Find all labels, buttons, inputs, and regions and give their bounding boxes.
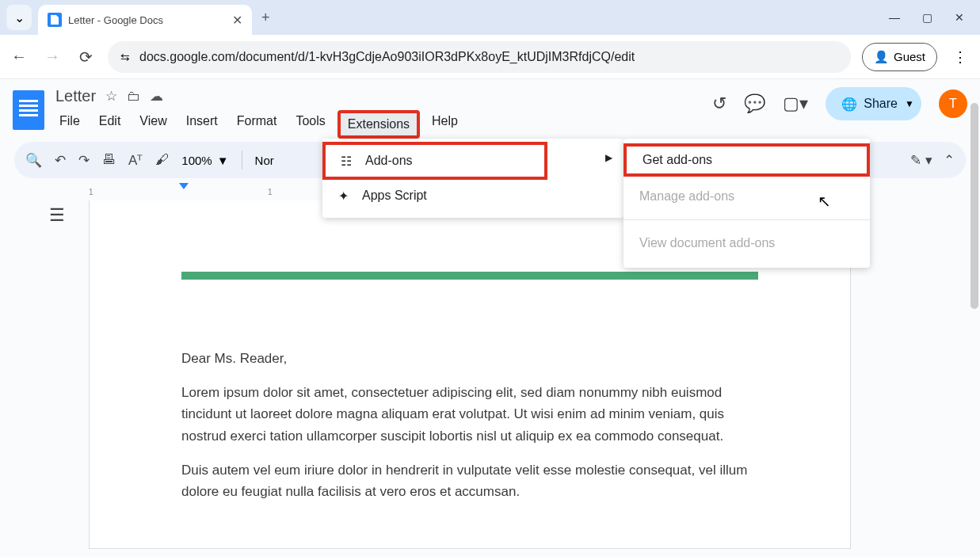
greeting-line[interactable]: Dear Ms. Reader, bbox=[181, 348, 758, 369]
apps-script-icon: ✦ bbox=[335, 189, 351, 204]
browser-tab[interactable]: Letter - Google Docs ✕ bbox=[38, 5, 252, 35]
minimize-button[interactable]: — bbox=[889, 11, 900, 24]
menu-view[interactable]: View bbox=[132, 110, 174, 139]
menu-extensions[interactable]: Extensions bbox=[337, 110, 420, 139]
editing-mode-icon[interactable]: ✎ ▾ bbox=[910, 152, 932, 169]
star-icon[interactable]: ☆ bbox=[105, 88, 117, 105]
get-addons-label: Get add-ons bbox=[643, 153, 712, 167]
vertical-ruler bbox=[0, 185, 16, 557]
move-icon[interactable]: 🗀 bbox=[127, 89, 140, 105]
browser-menu-button[interactable]: ⋮ bbox=[948, 48, 972, 66]
share-dropdown[interactable]: ▼ bbox=[898, 87, 921, 120]
apps-script-label: Apps Script bbox=[362, 189, 427, 203]
indent-marker-icon[interactable] bbox=[179, 183, 189, 189]
mouse-cursor-icon: ↖ bbox=[818, 192, 831, 211]
collapse-toolbar-icon[interactable]: ⌃ bbox=[944, 152, 955, 169]
menu-item-apps-script[interactable]: ✦ Apps Script bbox=[322, 180, 623, 211]
close-window-button[interactable]: ✕ bbox=[955, 11, 964, 24]
tab-title: Letter - Google Docs bbox=[68, 14, 226, 26]
chevron-down-icon: ⌄ bbox=[14, 10, 25, 25]
guest-label: Guest bbox=[894, 50, 925, 63]
cloud-status-icon[interactable]: ☁ bbox=[150, 88, 163, 105]
spellcheck-icon[interactable]: Aᵀ bbox=[128, 152, 143, 169]
menu-item-get-addons[interactable]: Get add-ons bbox=[623, 143, 870, 177]
menu-item-addons-overflow[interactable]: ▶ bbox=[522, 142, 625, 173]
person-icon: 👤 bbox=[874, 50, 889, 64]
search-icon[interactable]: 🔍 bbox=[25, 152, 42, 169]
zoom-select[interactable]: 100% ▼ bbox=[181, 154, 228, 167]
docs-logo-icon[interactable] bbox=[13, 90, 44, 130]
profile-button[interactable]: 👤 Guest bbox=[862, 43, 937, 71]
menu-file[interactable]: File bbox=[52, 110, 87, 139]
window-controls: — ▢ ✕ bbox=[889, 11, 974, 24]
tab-search-button[interactable]: ⌄ bbox=[6, 5, 32, 30]
menu-item-view-doc-addons: View document add-ons bbox=[623, 227, 870, 260]
comments-icon[interactable]: 💬 bbox=[744, 93, 765, 114]
redo-icon[interactable]: ↷ bbox=[78, 152, 90, 169]
menu-edit[interactable]: Edit bbox=[92, 110, 128, 139]
chevron-down-icon: ▼ bbox=[217, 154, 229, 167]
menu-separator bbox=[623, 219, 870, 220]
addons-submenu: Get add-ons Manage add-ons View document… bbox=[623, 139, 870, 268]
manage-addons-label: Manage add-ons bbox=[639, 189, 734, 204]
document-body[interactable]: Dear Ms. Reader, Lorem ipsum dolor sit a… bbox=[181, 348, 758, 502]
new-tab-button[interactable]: + bbox=[261, 10, 270, 26]
close-tab-button[interactable]: ✕ bbox=[232, 13, 242, 28]
globe-icon: 🌐 bbox=[841, 97, 857, 112]
maximize-button[interactable]: ▢ bbox=[922, 11, 932, 24]
menu-tools[interactable]: Tools bbox=[288, 110, 332, 139]
paragraph-style[interactable]: Nor bbox=[255, 154, 274, 167]
zoom-value: 100% bbox=[181, 154, 212, 167]
ruler-tick: 1 bbox=[89, 188, 93, 196]
addons-label: Add-ons bbox=[365, 154, 413, 168]
address-bar: ← → ⟳ ⇆ docs.google.com/document/d/1-kvH… bbox=[0, 35, 980, 79]
url-field[interactable]: ⇆ docs.google.com/document/d/1-kvH3gCdje… bbox=[108, 41, 851, 73]
header-actions: ↺ 💬 ▢▾ 🌐 Share ▼ T bbox=[712, 87, 967, 120]
scroll-thumb[interactable] bbox=[970, 103, 978, 309]
addons-icon: ☷ bbox=[338, 154, 354, 169]
paragraph[interactable]: Lorem ipsum dolor sit amet, consectetuer… bbox=[181, 382, 758, 447]
history-icon[interactable]: ↺ bbox=[712, 93, 726, 114]
menu-insert[interactable]: Insert bbox=[179, 110, 225, 139]
paragraph[interactable]: Duis autem vel eum iriure dolor in hendr… bbox=[181, 459, 758, 502]
menu-bar: File Edit View Insert Format Tools Exten… bbox=[52, 110, 701, 139]
menu-format[interactable]: Format bbox=[230, 110, 284, 139]
outline-toggle-icon[interactable]: ☰ bbox=[49, 205, 65, 226]
extensions-menu: ☷ Add-ons ▶ ✦ Apps Script bbox=[322, 139, 623, 218]
header-decoration bbox=[181, 272, 758, 280]
undo-icon[interactable]: ↶ bbox=[55, 152, 66, 169]
forward-button[interactable]: → bbox=[41, 48, 63, 66]
chevron-right-icon: ▶ bbox=[605, 152, 612, 163]
share-label: Share bbox=[864, 97, 898, 111]
meet-icon[interactable]: ▢▾ bbox=[783, 93, 808, 114]
back-button[interactable]: ← bbox=[8, 48, 30, 66]
ruler-tick: 1 bbox=[268, 188, 273, 196]
view-doc-addons-label: View document add-ons bbox=[639, 236, 775, 250]
url-text: docs.google.com/document/d/1-kvH3gCdjeAo… bbox=[139, 50, 635, 64]
docs-favicon-icon bbox=[48, 13, 62, 27]
site-settings-icon[interactable]: ⇆ bbox=[120, 51, 130, 63]
account-avatar[interactable]: T bbox=[939, 90, 967, 118]
print-icon[interactable]: 🖶 bbox=[102, 152, 116, 168]
menu-help[interactable]: Help bbox=[425, 110, 465, 139]
paint-format-icon[interactable]: 🖌 bbox=[155, 152, 169, 168]
document-title[interactable]: Letter bbox=[55, 87, 96, 105]
reload-button[interactable]: ⟳ bbox=[74, 48, 97, 67]
doc-header: Letter ☆ 🗀 ☁ File Edit View Insert Forma… bbox=[0, 79, 980, 139]
avatar-initial: T bbox=[949, 97, 957, 111]
vertical-scrollbar[interactable] bbox=[970, 79, 980, 560]
menu-item-addons[interactable]: ☷ Add-ons bbox=[322, 142, 547, 180]
browser-tab-strip: ⌄ Letter - Google Docs ✕ + — ▢ ✕ bbox=[0, 0, 980, 35]
menu-item-manage-addons: Manage add-ons bbox=[623, 180, 870, 213]
